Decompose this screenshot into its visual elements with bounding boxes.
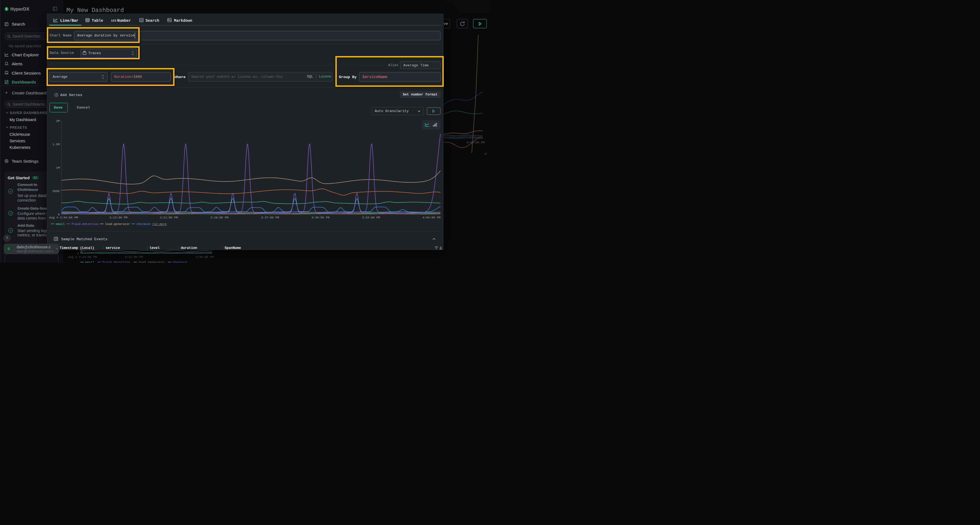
svg-text:4:04:00 PM: 4:04:00 PM [196,255,214,259]
svg-text:500K: 500K [52,190,60,193]
svg-text:email: email [85,260,94,262]
svg-text:3:29:00 PM: 3:29:00 PM [210,216,228,219]
svg-text:Aug 4 3:04:00 PM: Aug 4 3:04:00 PM [68,255,97,259]
svg-text:checkout: checkout [173,260,188,262]
svg-text:fraud-detection: fraud-detection [102,260,130,262]
svg-text:1M: 1M [56,166,60,170]
svg-text:1.5M: 1.5M [52,143,60,146]
svg-text:3:13:00 PM: 3:13:00 PM [110,216,127,219]
svg-text:3:31:00 PM: 3:31:00 PM [125,255,143,259]
svg-text:fraud-detection: fraud-detection [72,222,99,226]
svg-text:3:37:00 PM: 3:37:00 PM [261,216,279,219]
svg-text:4:04:00 PM: 4:04:00 PM [423,216,441,219]
svg-text:+12 more: +12 more [152,222,167,226]
svg-text:3:21:00 PM: 3:21:00 PM [160,216,178,219]
svg-text:checkout: checkout [136,222,151,226]
svg-text:load-generator: load-generator [105,222,130,226]
svg-text:4:04:00 PM: 4:04:00 PM [466,141,485,144]
svg-text:Aug 4 3:04:00 PM: Aug 4 3:04:00 PM [49,216,78,219]
svg-text:0: 0 [77,252,79,255]
svg-text:3:53:00 PM: 3:53:00 PM [362,216,380,219]
svg-text:3:45:00 PM: 3:45:00 PM [312,216,329,219]
svg-text:2M: 2M [56,119,60,123]
svg-text:email: email [56,222,65,226]
svg-text:load-generator: load-generator [138,260,165,262]
